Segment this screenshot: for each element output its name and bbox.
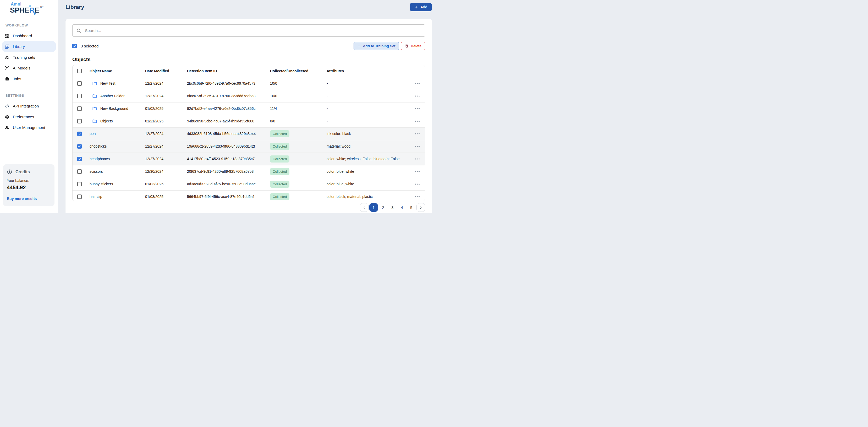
sidebar-item-label: Preferences [13,115,34,119]
buy-credits-link[interactable]: Buy more credits [7,197,51,201]
table-row-another-folder[interactable]: Another Folder12/27/20248f6c673d-39c5-43… [72,90,425,102]
folder-icon [92,93,97,98]
collected-badge: Collected [270,168,289,175]
object-name-label: New Background [100,107,128,111]
row-checkbox-cell [72,195,90,199]
detection-item-id-cell: 4d33082f-6108-45da-b56c-eaa4329c3e44 [187,132,270,136]
row-checkbox[interactable] [77,81,82,86]
credits-title: Credits [16,170,30,174]
object-name-cell: Objects [90,119,145,124]
table-body: New Test12/27/20242bc0c6b9-72f0-4892-97a… [72,77,425,201]
row-checkbox[interactable] [77,157,82,161]
row-checkbox[interactable] [77,169,82,174]
row-menu-button[interactable] [413,118,422,124]
sidebar-item-training-sets[interactable]: Training sets [2,52,56,63]
page-button-4[interactable]: 4 [398,203,406,212]
sidebar-item-jobs[interactable]: Jobs [2,74,56,84]
sidebar: Amni SPHERE® WORKFLOWDashboardLibraryTra… [0,0,58,214]
objects-table: Object Name Date Modified Detection Item… [72,65,425,201]
column-header-date-modified: Date Modified [145,69,187,73]
add-button[interactable]: Add [410,3,432,11]
row-checkbox-cell [72,182,90,187]
table-row-scissors[interactable]: scissors12/30/202420f637cd-9c91-4260-aff… [72,165,425,178]
sidebar-item-label: AI Models [13,66,30,70]
detection-item-id-cell: 20f637cd-9c91-4260-aff9-9257608a6753 [187,169,270,173]
date-modified-cell: 12/27/2024 [145,81,187,85]
table-header-row: Object Name Date Modified Detection Item… [72,65,425,77]
object-name-cell: New Background [90,106,145,111]
page-button-2[interactable]: 2 [379,203,388,212]
library-icon [5,44,9,49]
collected-cell: Collected [270,168,327,175]
row-menu-button[interactable] [413,144,422,149]
sidebar-item-label: Library [13,44,25,49]
search-box [72,24,425,37]
plus-icon [414,5,418,9]
table-row-new-test[interactable]: New Test12/27/20242bc0c6b9-72f0-4892-97a… [72,77,425,90]
column-header-detection-item-id: Detection Item ID [187,69,270,73]
sidebar-item-dashboard[interactable]: Dashboard [2,30,56,41]
table-row-pen[interactable]: pen12/27/20244d33082f-6108-45da-b56c-eaa… [72,127,425,140]
collected-count: 10/0 [270,81,277,85]
delete-button[interactable]: Delete [401,42,425,50]
collected-badge: Collected [270,180,289,188]
dollar-icon [7,169,12,175]
row-checkbox[interactable] [77,119,82,123]
table-row-headphones[interactable]: headphones12/27/202441417b80-e4ff-4523-9… [72,152,425,165]
collected-cell: 10/0 [270,94,327,98]
detection-item-id-cell: 94b0c050-9cbe-4c87-a26f-d99d453cf600 [187,119,270,123]
next-page-button[interactable] [416,203,425,212]
previous-page-button[interactable] [360,203,369,212]
sidebar-item-label: User Management [13,125,45,130]
row-menu-button[interactable] [413,156,422,162]
table-row-bunny-stickers[interactable]: bunny stickers01/03/2025ad3ac0d3-923d-4f… [72,178,425,190]
row-checkbox[interactable] [77,107,82,111]
row-checkbox-cell [72,81,90,86]
detection-item-id-cell: 2bc0c6b9-72f0-4892-97a0-cec9970a4573 [187,81,270,85]
row-menu-cell [410,118,425,124]
table-row-new-background[interactable]: New Background01/02/202592d7bdf2-e4aa-42… [72,102,425,115]
row-checkbox[interactable] [77,144,82,149]
header-checkbox[interactable] [77,69,82,73]
page-button-5[interactable]: 5 [407,203,416,212]
row-menu-button[interactable] [413,93,422,98]
add-to-training-set-button[interactable]: Add to Training Set [353,42,399,50]
attributes-cell: - [327,119,410,123]
table-row-objects[interactable]: Objects01/21/202594b0c050-9cbe-4c87-a26f… [72,115,425,127]
table-row-chopsticks[interactable]: chopsticks12/27/202419a688c2-2859-42d3-9… [72,140,425,152]
nav-section-label-workflow: WORKFLOW [5,23,56,27]
search-input[interactable] [84,28,421,33]
object-name-cell: hair clip [90,195,145,199]
row-checkbox[interactable] [77,195,82,199]
row-menu-button[interactable] [413,81,422,86]
row-checkbox[interactable] [77,132,82,136]
detection-item-id-cell: 41417b80-e4ff-4523-9159-c18a379b35c7 [187,157,270,161]
sidebar-item-library[interactable]: Library [2,41,56,52]
search-icon [76,28,82,33]
page-button-3[interactable]: 3 [388,203,397,212]
page-button-1[interactable]: 1 [369,203,378,212]
sidebar-item-ai-models[interactable]: AI Models [2,63,56,74]
nav-section-label-settings: SETTINGS [5,93,56,97]
row-menu-button[interactable] [413,194,422,199]
row-checkbox-cell [72,119,90,123]
sidebar-item-preferences[interactable]: Preferences [2,111,56,122]
sidebar-item-user-management[interactable]: User Management [2,122,56,133]
row-checkbox[interactable] [77,182,82,187]
object-name-cell: chopsticks [90,144,145,148]
detection-item-id-cell: 92d7bdf2-e4aa-4276-a6e2-0bd5c07c856c [187,107,270,111]
row-menu-button[interactable] [413,181,422,187]
object-name-label: New Test [100,81,115,85]
table-row-hair-clip[interactable]: hair clip01/03/20255664bb97-5f9f-456c-ac… [72,190,425,201]
plus-icon [358,44,361,48]
collected-count: 10/0 [270,94,277,98]
row-menu-button[interactable] [413,169,422,174]
dashboard-icon [5,33,9,38]
object-name-cell: New Test [90,81,145,86]
date-modified-cell: 01/03/2025 [145,195,187,199]
row-menu-button[interactable] [413,131,422,136]
row-menu-button[interactable] [413,106,422,111]
row-checkbox[interactable] [77,94,82,98]
sidebar-item-api-integration[interactable]: API Integration [2,101,56,111]
select-all-checkbox[interactable] [72,44,77,48]
